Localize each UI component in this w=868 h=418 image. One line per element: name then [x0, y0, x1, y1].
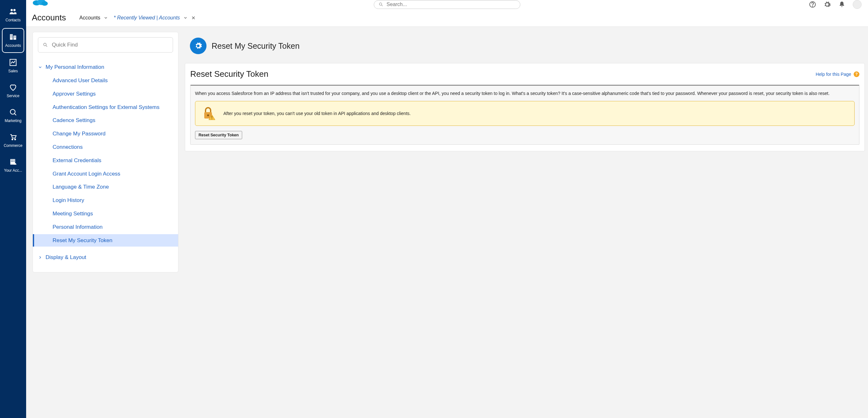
- tree-item-language-timezone[interactable]: Language & Time Zone: [33, 181, 178, 193]
- svg-point-18: [15, 139, 16, 140]
- svg-rect-5: [12, 35, 12, 36]
- vnav-marketing[interactable]: Marketing: [2, 104, 24, 127]
- vnav-label: Commerce: [4, 143, 23, 148]
- card-title: Reset Security Token: [190, 69, 268, 79]
- commerce-icon: [9, 132, 18, 141]
- page-title: Reset My Security Token: [212, 41, 300, 51]
- chevron-right-icon: [38, 255, 42, 260]
- service-icon: [9, 83, 18, 92]
- tree-section-display-layout[interactable]: Display & Layout: [33, 251, 178, 264]
- svg-rect-41: [212, 119, 212, 119]
- page-icon: [190, 38, 207, 54]
- tree-item-reset-security-token[interactable]: Reset My Security Token: [33, 234, 178, 247]
- svg-rect-12: [14, 37, 15, 38]
- setup-gear-icon[interactable]: [824, 1, 831, 8]
- topbar: [26, 0, 868, 9]
- tree-item-advanced-user-details[interactable]: Advanced User Details: [33, 74, 178, 87]
- chevron-down-icon: [38, 65, 42, 69]
- svg-point-38: [207, 115, 209, 116]
- object-nav: Accounts Accounts * Recently Viewed | Ac…: [26, 9, 868, 27]
- svg-point-17: [12, 139, 13, 140]
- tree-section-label: Display & Layout: [45, 254, 86, 261]
- tree-item-connections[interactable]: Connections: [33, 141, 178, 154]
- tree-section-personal-info[interactable]: My Personal Information: [33, 61, 178, 73]
- nav-recent-view-label: * Recently Viewed | Accounts: [114, 15, 180, 21]
- tree-item-external-credentials[interactable]: External Credentials: [33, 154, 178, 167]
- vnav-label: Marketing: [5, 119, 22, 123]
- vnav-service[interactable]: Service: [2, 79, 24, 103]
- vnav-contacts[interactable]: Contacts: [2, 3, 24, 27]
- svg-rect-23: [11, 161, 12, 162]
- svg-rect-22: [14, 160, 14, 161]
- detail-area: Reset My Security Token Reset Security T…: [185, 32, 865, 151]
- help-icon: ?: [854, 71, 859, 77]
- svg-rect-21: [12, 160, 13, 161]
- tree-item-cadence-settings[interactable]: Cadence Settings: [33, 114, 178, 127]
- your-account-icon: [9, 157, 18, 166]
- svg-rect-40: [212, 116, 212, 118]
- svg-rect-7: [12, 36, 12, 37]
- tree-item-login-history[interactable]: Login History: [33, 194, 178, 207]
- gear-icon: [194, 41, 203, 50]
- sales-icon: [9, 58, 18, 67]
- svg-point-1: [13, 9, 16, 11]
- svg-rect-6: [10, 36, 11, 37]
- reset-security-token-button[interactable]: Reset Security Token: [195, 131, 242, 139]
- vnav-label: Your Acc...: [4, 168, 22, 173]
- vnav-your-account[interactable]: Your Acc...: [2, 154, 24, 177]
- search-icon: [378, 2, 383, 7]
- vnav-accounts[interactable]: Accounts: [2, 28, 24, 53]
- lock-warning-icon: [201, 106, 216, 121]
- search-icon: [43, 42, 48, 48]
- quick-find[interactable]: [38, 37, 173, 53]
- svg-point-29: [379, 3, 382, 5]
- svg-rect-24: [12, 161, 13, 162]
- svg-rect-2: [10, 34, 13, 39]
- svg-line-16: [14, 114, 16, 115]
- svg-rect-9: [12, 37, 12, 38]
- vnav-sales[interactable]: Sales: [2, 54, 24, 78]
- chevron-down-icon: [183, 15, 188, 20]
- svg-rect-20: [11, 160, 12, 161]
- search-input[interactable]: [386, 2, 516, 7]
- svg-rect-8: [10, 37, 11, 38]
- nav-accounts[interactable]: Accounts: [79, 15, 108, 21]
- user-avatar[interactable]: [853, 0, 862, 9]
- tree-item-change-password[interactable]: Change My Password: [33, 127, 178, 140]
- svg-rect-25: [14, 161, 14, 162]
- setup-tree-panel: My Personal Information Advanced User De…: [32, 32, 179, 272]
- object-title: Accounts: [32, 13, 66, 23]
- tree-item-approver-settings[interactable]: Approver Settings: [33, 88, 178, 100]
- svg-rect-4: [10, 35, 11, 36]
- tree-item-auth-external-systems[interactable]: Authentication Settings for External Sys…: [33, 101, 178, 114]
- svg-point-28: [41, 1, 48, 6]
- svg-rect-3: [13, 36, 16, 40]
- tree-item-grant-login-access[interactable]: Grant Account Login Access: [33, 168, 178, 180]
- help-icon[interactable]: [809, 1, 816, 8]
- svg-line-36: [46, 45, 47, 46]
- global-search[interactable]: [374, 0, 520, 9]
- quick-find-input[interactable]: [52, 42, 168, 48]
- vertical-nav: Contacts Accounts Sales Service Marketin…: [0, 0, 26, 418]
- help-for-page[interactable]: Help for this Page ?: [816, 71, 859, 77]
- notifications-icon[interactable]: [838, 1, 846, 8]
- tree-section-label: My Personal Information: [45, 64, 104, 70]
- svg-rect-11: [15, 36, 16, 37]
- nav-recent-view[interactable]: * Recently Viewed | Accounts: [114, 15, 196, 21]
- svg-point-32: [812, 6, 813, 6]
- tree-item-personal-information[interactable]: Personal Information: [33, 221, 178, 233]
- salesforce-logo: [32, 0, 49, 9]
- svg-rect-13: [15, 37, 16, 38]
- description-text: When you access Salesforce from an IP ad…: [195, 90, 855, 97]
- tree-item-meeting-settings[interactable]: Meeting Settings: [33, 207, 178, 220]
- vnav-label: Accounts: [5, 43, 21, 48]
- svg-rect-10: [14, 36, 15, 37]
- svg-point-0: [10, 9, 13, 11]
- svg-point-35: [44, 43, 46, 45]
- reset-token-card: Reset Security Token Help for this Page …: [185, 63, 865, 151]
- close-tab-icon[interactable]: [191, 15, 196, 21]
- svg-point-15: [10, 109, 15, 114]
- vnav-commerce[interactable]: Commerce: [2, 129, 24, 152]
- warning-box: After you reset your token, you can't us…: [195, 101, 855, 126]
- chevron-down-icon: [103, 15, 108, 20]
